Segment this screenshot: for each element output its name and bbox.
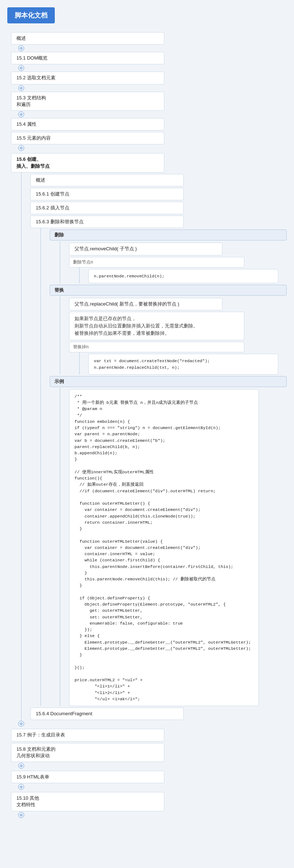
example-code-block: /** * 用一个新的 b元素 替换节点 n，并且n成为该元素的子节点 * @p… [69, 389, 259, 706]
nav-152[interactable]: 15.2 选取文档元素 ⊕ [11, 72, 287, 91]
nav-151[interactable]: 15.1 DOM概览 ⊕ [11, 52, 287, 72]
example-section: 示例 /** * 用一个新的 b元素 替换节点 n，并且n成为该元素的子节点 *… [50, 376, 287, 706]
replace-section-label: 替换 [50, 285, 287, 296]
nav-158-label[interactable]: 15.8 文档和元素的 几何形状和滚动 [11, 743, 164, 762]
nav-152-label[interactable]: 15.2 选取文档元素 [11, 72, 164, 84]
delete-code-node: n.parentNode.removeChild(n); [88, 269, 287, 283]
1510-expand[interactable]: ⊕ [18, 812, 24, 818]
nav-153[interactable]: 15.3 文档结构 和遍历 ⊕ [11, 92, 287, 118]
delete-code-content: n.parentNode.removeChild(n); [79, 268, 287, 283]
nav-1563-content: 删除 父节点.removeChild( 子节点 ) 删除节点n n.parent… [41, 228, 287, 706]
nav-156-label[interactable]: 15.6 创建、 插入、删除节点 [11, 153, 164, 172]
nav-1510-label[interactable]: 15.10 其他 文档特性 [11, 792, 164, 811]
delete-content: 父节点.removeChild( 子节点 ) 删除节点n n.parentNod… [60, 241, 287, 283]
nav-159[interactable]: 15.9 HTML表单 ⊕ [11, 771, 287, 791]
replace-method-node: 父节点.replaceChild( 新节点，要被替换掉的节点 ) [69, 298, 287, 310]
nav-1564[interactable]: 15.6.4 DocumentFragment [30, 708, 287, 720]
nav-158[interactable]: 15.8 文档和元素的 几何形状和滚动 ⊕ [11, 743, 287, 769]
nav-155-label[interactable]: 15.5 元素的内容 [11, 132, 164, 144]
replace-section: 替换 父节点.replaceChild( 新节点，要被替换掉的节点 ) 如果新节… [50, 285, 287, 375]
example-section-label: 示例 [50, 376, 287, 387]
nav-156[interactable]: 15.6 创建、 插入、删除节点 概述 15.6.1 创建节点 15.6.2 插… [11, 153, 287, 727]
153-expand[interactable]: ⊕ [18, 111, 24, 117]
nav-156-subtree: 概述 15.6.1 创建节点 15.6.2 插入节点 15.6.3 删除和替换节… [21, 173, 287, 720]
example-content: /** * 用一个新的 b元素 替换节点 n，并且n成为该元素的子节点 * @p… [60, 388, 287, 706]
nav-151-label[interactable]: 15.1 DOM概览 [11, 52, 164, 64]
158-expand[interactable]: ⊕ [18, 763, 24, 769]
nav-1561-label[interactable]: 15.6.1 创建节点 [30, 188, 184, 200]
replace-desc-text: 如果新节点是已存在的节点， 则新节点自动从旧位置删除并插入新位置，无需显式删除。… [69, 312, 244, 340]
replace-method-label: 父节点.replaceChild( 新节点，要被替换掉的节点 ) [69, 298, 222, 310]
example-code-node: /** * 用一个新的 b元素 替换节点 n，并且n成为该元素的子节点 * @p… [69, 389, 287, 706]
page-title: 脚本化文档 [7, 7, 55, 23]
delete-example-label-node: 删除节点n n.parentNode.removeChild(n); [69, 257, 287, 283]
delete-section: 删除 父节点.removeChild( 子节点 ) 删除节点n n.parent… [50, 230, 287, 283]
replace-code-node: var txt = document.createTextNode("redac… [88, 354, 287, 375]
replace-example-label-text: 替换掉n [69, 342, 244, 352]
155-expand[interactable]: ⊕ [18, 145, 24, 151]
overview-expand[interactable]: ⊕ [18, 45, 24, 51]
nav-154-label[interactable]: 15.4 属性 [11, 118, 164, 130]
nav-156-overview-label[interactable]: 概述 [30, 174, 184, 186]
delete-method-node: 父节点.removeChild( 子节点 ) [69, 243, 287, 255]
delete-method-label: 父节点.removeChild( 子节点 ) [69, 243, 222, 255]
replace-desc-node: 如果新节点是已存在的节点， 则新节点自动从旧位置删除并插入新位置，无需显式删除。… [69, 312, 287, 340]
nav-1562[interactable]: 15.6.2 插入节点 [30, 202, 287, 214]
nav-1561[interactable]: 15.6.1 创建节点 [30, 188, 287, 200]
nav-154[interactable]: 15.4 属性 [11, 118, 287, 130]
nav-1562-label[interactable]: 15.6.2 插入节点 [30, 202, 184, 214]
nav-1510[interactable]: 15.10 其他 文档特性 ⊕ [11, 792, 287, 818]
nav-1564-label[interactable]: 15.6.4 DocumentFragment [30, 708, 184, 720]
nav-157-label[interactable]: 15.7 例子：生成目录表 [11, 729, 164, 741]
main-tree: 概述 ⊕ 15.1 DOM概览 ⊕ 15.2 选取文档元素 ⊕ 15.3 文档结… [7, 32, 287, 819]
nav-157[interactable]: 15.7 例子：生成目录表 [11, 729, 287, 741]
replace-example-label-node: 替换掉n var txt = document.createTextNode("… [69, 342, 287, 375]
nav-overview[interactable]: 概述 ⊕ [11, 32, 287, 52]
delete-section-label: 删除 [50, 230, 287, 240]
156-expand[interactable]: ⊕ [18, 721, 24, 727]
nav-155[interactable]: 15.5 元素的内容 ⊕ [11, 132, 287, 152]
nav-159-label[interactable]: 15.9 HTML表单 [11, 771, 164, 783]
nav-1563-label[interactable]: 15.6.3 删除和替换节点 [30, 216, 184, 228]
nav-156-overview[interactable]: 概述 [30, 174, 287, 186]
nav-153-label[interactable]: 15.3 文档结构 和遍历 [11, 92, 164, 111]
159-expand[interactable]: ⊕ [18, 784, 24, 790]
151-expand[interactable]: ⊕ [18, 65, 24, 71]
nav-1563[interactable]: 15.6.3 删除和替换节点 删除 父节点.removeChild( 子节点 )… [30, 216, 287, 706]
replace-content: 父节点.replaceChild( 新节点，要被替换掉的节点 ) 如果新节点是已… [60, 296, 287, 375]
replace-code-block: var txt = document.createTextNode("redac… [88, 354, 278, 375]
delete-example-label-text: 删除节点n [69, 257, 244, 268]
delete-code-block: n.parentNode.removeChild(n); [88, 269, 278, 283]
152-expand[interactable]: ⊕ [18, 85, 24, 91]
replace-code-content: var txt = document.createTextNode("redac… [79, 352, 287, 375]
nav-overview-label[interactable]: 概述 [11, 32, 164, 45]
